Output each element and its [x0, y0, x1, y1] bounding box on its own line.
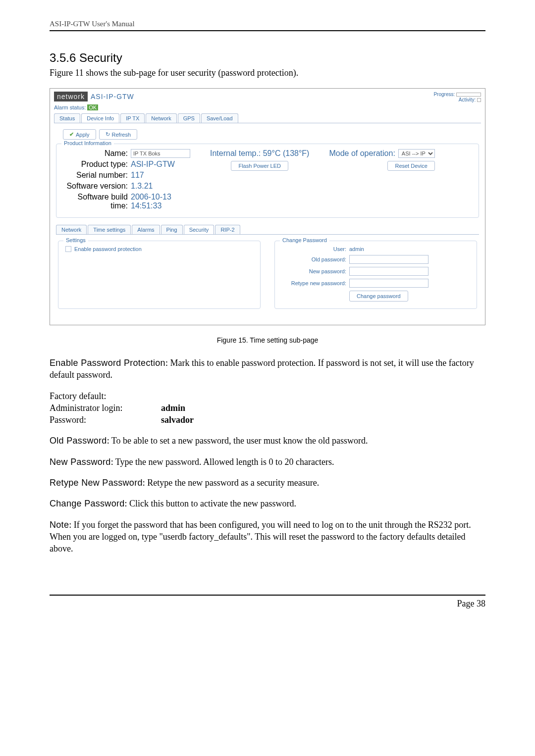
change-password-button[interactable]: Change password — [349, 291, 408, 302]
tab-network[interactable]: Network — [146, 113, 176, 123]
subtab-alarms[interactable]: Alarms — [132, 225, 160, 234]
new-password-field[interactable] — [349, 267, 428, 276]
check-icon: ✔ — [69, 131, 74, 138]
old-password-paragraph: Old Password: To be able to set a new pa… — [50, 435, 485, 447]
user-value: admin — [349, 246, 428, 252]
screenshot-container: network ASI-IP-GTW Progress: Activity: A… — [50, 88, 485, 325]
tab-status[interactable]: Status — [54, 113, 80, 123]
factory-defaults: Factory default: Administrator login: ad… — [50, 390, 485, 426]
reset-device-button[interactable]: Reset Device — [387, 161, 434, 171]
new-password-paragraph: New Password: Type the new password. All… — [50, 456, 485, 468]
old-password-title: Old Password — [50, 436, 107, 446]
old-password-field[interactable] — [349, 255, 428, 264]
settings-fieldset: Settings Enable password protection — [58, 241, 261, 309]
product-info-fieldset: Product Information Name: Product type: … — [56, 144, 479, 218]
old-password-label: Old password: — [282, 256, 346, 262]
refresh-label: Refresh — [112, 132, 131, 138]
change-password-rest: : Click this button to activate the new … — [125, 499, 296, 508]
new-password-title: New Password — [50, 457, 111, 467]
product-name: ASI-IP-GTW — [91, 93, 134, 101]
intro-text: Figure 11 shows the sub-page for user se… — [50, 68, 485, 78]
main-tabbar: Status Device Info IP TX Network GPS Sav… — [54, 113, 481, 123]
build-label: Software build time: — [63, 193, 128, 210]
page-header: ASI-IP-GTW User's Manual — [50, 20, 485, 31]
tab-gps[interactable]: GPS — [178, 113, 200, 123]
mode-select[interactable]: ASI --> IP — [398, 149, 435, 158]
section-title: 3.5.6 Security — [50, 51, 485, 65]
note-rest: : If you forget the password that has be… — [50, 520, 471, 554]
tab-device-info[interactable]: Device Info — [81, 113, 119, 123]
progress-label: Progress: — [433, 92, 455, 97]
refresh-button[interactable]: ↻Refresh — [99, 129, 138, 140]
mode-label: Mode of operation: — [329, 149, 395, 158]
subtab-ping[interactable]: Ping — [161, 225, 183, 234]
subtab-rip2[interactable]: RIP-2 — [215, 225, 240, 234]
factory-default-intro: Factory default: — [50, 390, 485, 402]
apply-label: Apply — [76, 132, 90, 138]
retype-password-paragraph: Retype New Password: Retype the new pass… — [50, 477, 485, 489]
new-password-label: New password: — [282, 268, 346, 274]
enable-protection-title: Enable Password Protection — [50, 358, 165, 368]
name-label: Name: — [63, 149, 128, 158]
apply-button[interactable]: ✔Apply — [63, 129, 96, 140]
sw-version-value: 1.3.21 — [131, 182, 190, 191]
change-password-title: Change Password — [50, 499, 125, 508]
change-password-fieldset: Change Password User: admin Old password… — [274, 241, 477, 309]
product-type-value: ASI-IP-GTW — [131, 160, 190, 169]
figure-caption: Figure 15. Time setting sub-page — [50, 336, 485, 344]
admin-login-value: admin — [161, 402, 185, 414]
brand-logo: network — [54, 92, 88, 101]
sw-version-label: Software version: — [63, 182, 128, 191]
alarm-status-badge: OK — [87, 104, 98, 110]
product-info-legend: Product Information — [61, 140, 114, 146]
new-password-rest: : Type the new password. Allowed length … — [111, 457, 334, 467]
product-type-label: Product type: — [63, 160, 128, 169]
admin-login-label: Administrator login: — [50, 402, 161, 414]
sub-tabbar: Network Time settings Alarms Ping Securi… — [56, 225, 479, 235]
password-value: salvador — [161, 414, 194, 426]
serial-label: Serial number: — [63, 171, 128, 180]
change-password-legend: Change Password — [280, 237, 329, 243]
activity-indicator — [477, 98, 481, 102]
retype-password-rest: : Retype the new password as a security … — [143, 478, 319, 488]
alarm-status-label: Alarm status: — [54, 104, 86, 110]
enable-password-label: Enable password protection — [74, 246, 142, 252]
serial-value: 117 — [131, 171, 190, 180]
retype-password-field[interactable] — [349, 279, 428, 288]
user-label: User: — [282, 246, 346, 252]
enable-password-checkbox[interactable] — [65, 246, 71, 252]
page-footer: Page 38 — [50, 595, 485, 609]
settings-legend: Settings — [63, 237, 88, 243]
build-value: 2006-10-13 14:51:33 — [131, 193, 190, 210]
change-password-paragraph: Change Password: Click this button to ac… — [50, 498, 485, 509]
name-field[interactable] — [131, 149, 190, 158]
progress-bar — [456, 93, 481, 97]
tab-ip-tx[interactable]: IP TX — [120, 113, 145, 123]
internal-temp: Internal temp.: 59°C (138°F) — [210, 149, 309, 158]
subtab-time-settings[interactable]: Time settings — [88, 225, 131, 234]
refresh-icon: ↻ — [106, 131, 110, 138]
note-paragraph: Note: If you forget the password that ha… — [50, 519, 485, 555]
subtab-security[interactable]: Security — [184, 225, 214, 234]
retype-password-title: Retype New Password — [50, 478, 143, 488]
old-password-rest: : To be able to set a new password, the … — [107, 436, 368, 446]
password-label: Password: — [50, 414, 161, 426]
note-title: Note — [50, 520, 69, 530]
enable-protection-paragraph: Enable Password Protection: Mark this to… — [50, 357, 485, 381]
activity-label: Activity: — [459, 97, 476, 102]
subtab-network[interactable]: Network — [56, 225, 87, 234]
tab-save-load[interactable]: Save/Load — [201, 113, 238, 123]
retype-password-label: Retype new password: — [282, 280, 346, 286]
flash-led-button[interactable]: Flash Power LED — [231, 161, 288, 171]
